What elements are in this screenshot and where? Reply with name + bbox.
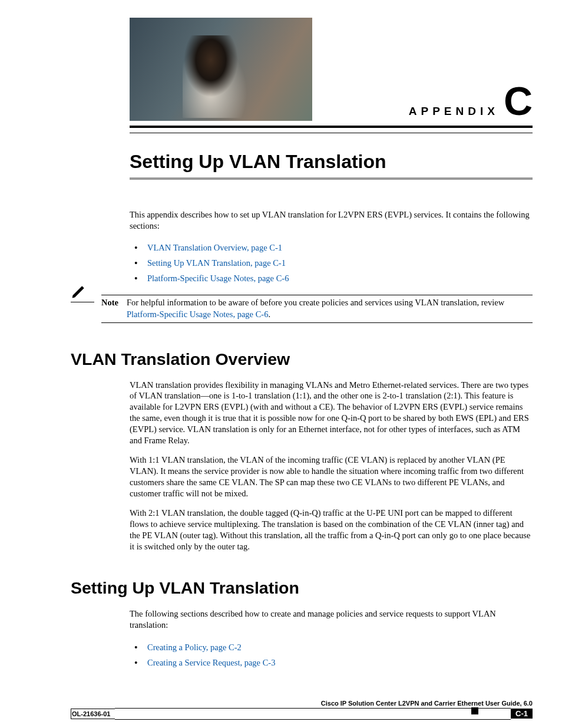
note-link-platform-notes[interactable]: Platform-Specific Usage Notes, page C-6 bbox=[127, 309, 268, 319]
footer-page-number: C-1 bbox=[511, 709, 533, 719]
header-rule-thick bbox=[130, 126, 533, 128]
setting-up-p1: The following sections described how to … bbox=[130, 608, 533, 631]
overview-p3: With 2:1 VLAN translation, the double ta… bbox=[130, 508, 533, 552]
appendix-letter: C bbox=[504, 81, 533, 121]
link-creating-service-request[interactable]: Creating a Service Request, page C-3 bbox=[147, 658, 275, 667]
link-creating-policy[interactable]: Creating a Policy, page C-2 bbox=[147, 643, 242, 652]
note-text-before: For helpful information to be aware of b… bbox=[127, 298, 504, 307]
footer-doc-number: OL-21636-01 bbox=[71, 709, 115, 719]
appendix-word: APPENDIX bbox=[409, 105, 499, 118]
section-heading-setting-up: Setting Up VLAN Translation bbox=[71, 578, 533, 598]
intro-link-list: VLAN Translation Overview, page C-1 Sett… bbox=[130, 240, 533, 286]
header-rule-thin bbox=[130, 133, 533, 133]
overview-p2: With 1:1 VLAN translation, the VLAN of t… bbox=[130, 454, 533, 499]
note-label: Note bbox=[101, 297, 118, 320]
chapter-title-rule bbox=[130, 177, 533, 180]
intro-paragraph: This appendix describes how to set up VL… bbox=[130, 209, 533, 232]
section-heading-overview: VLAN Translation Overview bbox=[71, 350, 533, 369]
footer-book-title: Cisco IP Solution Center L2VPN and Carri… bbox=[71, 700, 533, 707]
note-block: Note For helpful information to be aware… bbox=[71, 295, 533, 322]
note-text-after: . bbox=[268, 309, 270, 319]
overview-p1: VLAN translation provides flexibility in… bbox=[130, 380, 533, 446]
footer-rule bbox=[115, 708, 511, 720]
appendix-label: APPENDIX C bbox=[312, 81, 533, 121]
note-pencil-icon bbox=[71, 283, 94, 304]
note-text: For helpful information to be aware of b… bbox=[127, 297, 533, 320]
link-setting-up-vlan[interactable]: Setting Up VLAN Translation, page C-1 bbox=[147, 258, 286, 268]
chapter-title: Setting Up VLAN Translation bbox=[130, 151, 533, 173]
link-vlan-overview[interactable]: VLAN Translation Overview, page C-1 bbox=[147, 243, 282, 252]
page-footer: Cisco IP Solution Center L2VPN and Carri… bbox=[71, 700, 533, 720]
link-platform-notes[interactable]: Platform-Specific Usage Notes, page C-6 bbox=[147, 274, 289, 283]
appendix-header-image bbox=[130, 18, 312, 121]
setting-up-link-list: Creating a Policy, page C-2 Creating a S… bbox=[130, 640, 533, 670]
